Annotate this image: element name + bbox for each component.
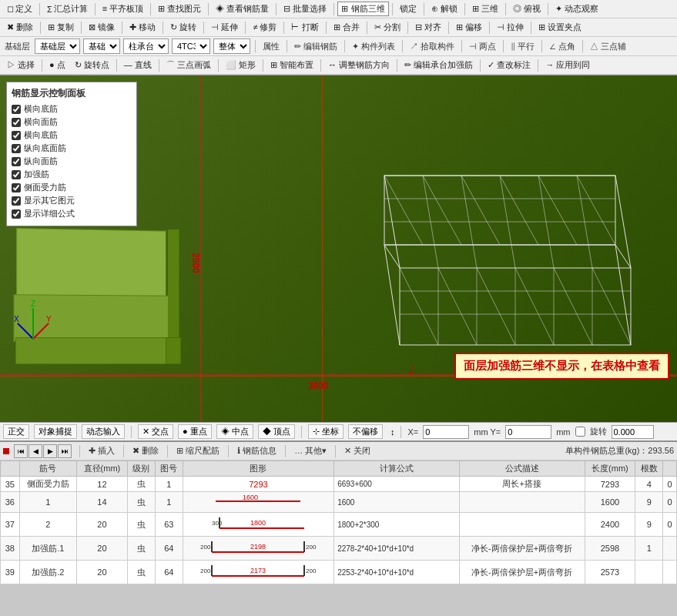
btn-close-table[interactable]: ✕ 关闭 bbox=[340, 444, 374, 458]
btn-set-clip[interactable]: ⊞ 设置夹点 bbox=[535, 20, 585, 35]
checkbox-6[interactable] bbox=[12, 183, 21, 192]
th-fig-num: 图号 bbox=[155, 461, 183, 477]
btn-three-arc[interactable]: ⌒ 三点画弧 bbox=[163, 58, 215, 72]
btn-extend[interactable]: ⊣ 延伸 bbox=[207, 20, 242, 35]
link-parallel[interactable]: ∥ 平行 bbox=[508, 40, 537, 53]
btn-next[interactable]: ▶ bbox=[43, 444, 57, 458]
btn-offset[interactable]: ⊞ 偏移 bbox=[452, 20, 486, 35]
btn-打断[interactable]: ⊢ 打断 bbox=[287, 20, 322, 35]
control-panel-title: 钢筋显示控制面板 bbox=[12, 87, 132, 100]
sep-d3 bbox=[344, 40, 345, 52]
checkbox-5[interactable] bbox=[12, 170, 21, 179]
btn-scale-rebar[interactable]: ⊞ 缩尺配筋 bbox=[173, 444, 223, 458]
base-type-select[interactable]: 基础 bbox=[83, 38, 120, 54]
th-name: 筋号 bbox=[19, 461, 76, 477]
btn-select[interactable]: ▷ 选择 bbox=[3, 58, 39, 72]
btn-unlock[interactable]: ⊕ 解锁 bbox=[427, 2, 461, 16]
btn-split[interactable]: ✂ 分割 bbox=[370, 20, 404, 35]
link-pick-comp[interactable]: ↗ 拾取构件 bbox=[407, 40, 457, 53]
btn-dynamic-obs[interactable]: ✦ 动态观察 bbox=[551, 2, 602, 16]
td-dia-39: 20 bbox=[77, 561, 128, 584]
btn-midpoint[interactable]: ◈ 中点 bbox=[216, 424, 253, 439]
table-row-highlight: 36 1 14 虫 1 1600 1600 1600 9 0 bbox=[1, 492, 677, 513]
btn-apply-to-same[interactable]: → 应用到同 bbox=[541, 58, 594, 72]
link-property[interactable]: 属性 bbox=[260, 40, 282, 53]
sep-d7 bbox=[541, 40, 542, 52]
btn-batch-select[interactable]: ⊟ 批量选择 bbox=[280, 2, 330, 16]
btn-endpoint[interactable]: ● 重点 bbox=[178, 424, 212, 439]
svg-line-37 bbox=[33, 323, 49, 339]
annotation-box: 面层加强筋三维不显示，在表格中查看 bbox=[454, 353, 669, 380]
btn-first[interactable]: ⏮ bbox=[14, 444, 28, 458]
btn-table-delete[interactable]: ✖ 删除 bbox=[129, 444, 163, 458]
td-grade-37: 虫 bbox=[127, 513, 155, 537]
btn-sum-calc[interactable]: Σ 汇总计算 bbox=[43, 2, 92, 16]
block-side-tall bbox=[168, 229, 179, 337]
table-row: 37 2 20 虫 63 300 1800 1800+2* bbox=[1, 513, 677, 537]
x-input[interactable] bbox=[423, 425, 469, 439]
code-select[interactable]: 4TC3 bbox=[172, 38, 210, 54]
btn-edit-cap-reinf[interactable]: ✏ 编辑承台加强筋 bbox=[401, 58, 477, 72]
btn-orthogonal[interactable]: 正交 bbox=[3, 424, 29, 439]
scope-select[interactable]: 整体 bbox=[213, 38, 250, 54]
btn-view-rebar[interactable]: ◈ 查看钢筋量 bbox=[212, 2, 273, 16]
pier-select[interactable]: 柱承台 bbox=[123, 38, 169, 54]
btn-adjust-dir[interactable]: ↔ 调整钢筋方向 bbox=[324, 58, 394, 72]
btn-rect[interactable]: ⬜ 矩形 bbox=[222, 58, 260, 72]
td-shape-35: 7293 bbox=[183, 477, 333, 492]
btn-define[interactable]: ◻ 定义 bbox=[3, 2, 36, 16]
btn-align[interactable]: ⊟ 对齐 bbox=[411, 20, 445, 35]
btn-line[interactable]: — 直线 bbox=[120, 58, 156, 72]
btn-dynamic-input[interactable]: 动态输入 bbox=[82, 424, 125, 439]
btn-insert[interactable]: ✚ 插入 bbox=[85, 444, 119, 458]
y-input[interactable] bbox=[505, 425, 551, 439]
btn-merge[interactable]: ⊞ 合并 bbox=[330, 20, 364, 35]
td-shape-38: 200 2198 200 bbox=[183, 537, 333, 561]
btn-smart-layout[interactable]: ⊞ 智能布置 bbox=[266, 58, 317, 72]
btn-check-mark[interactable]: ✓ 查改标注 bbox=[484, 58, 535, 72]
checkbox-2[interactable] bbox=[12, 131, 21, 140]
btn-top-view[interactable]: ◎ 俯视 bbox=[509, 2, 545, 16]
btn-snap[interactable]: 对象捕捉 bbox=[34, 424, 77, 439]
btn-no-offset[interactable]: 不偏移 bbox=[348, 424, 383, 439]
ground-line-v bbox=[200, 75, 202, 422]
checkbox-3[interactable] bbox=[12, 144, 21, 153]
base-layer-select[interactable]: 基础层 bbox=[35, 38, 80, 54]
link-point-angle[interactable]: ∠ 点角 bbox=[547, 40, 578, 53]
checkbox-8[interactable] bbox=[12, 209, 21, 219]
checkbox-4[interactable] bbox=[12, 157, 21, 166]
btn-vertex[interactable]: ◆ 顶点 bbox=[258, 424, 295, 439]
btn-coord[interactable]: ⊹ 坐标 bbox=[308, 424, 344, 439]
table-scroll[interactable]: 筋号 直径(mm) 级别 图号 图形 计算公式 公式描述 长度(mm) 根数 3… bbox=[0, 460, 677, 584]
link-edit-rebar[interactable]: ✏ 编辑钢筋 bbox=[292, 40, 340, 53]
btn-point[interactable]: ● 点 bbox=[45, 58, 69, 72]
link-three-point[interactable]: △ 三点辅 bbox=[588, 40, 628, 53]
rotate-checkbox[interactable] bbox=[575, 427, 585, 437]
btn-delete[interactable]: ✖ 删除 bbox=[3, 20, 37, 35]
btn-mirror[interactable]: ⊠ 镜像 bbox=[85, 20, 119, 35]
btn-find-elem[interactable]: ⊞ 查找图元 bbox=[154, 2, 205, 16]
btn-stretch[interactable]: ⊣ 拉伸 bbox=[493, 20, 528, 35]
checkbox-1[interactable] bbox=[12, 118, 21, 127]
btn-lock[interactable]: 锁定 bbox=[396, 2, 421, 16]
btn-move[interactable]: ✚ 移动 bbox=[126, 20, 159, 35]
btn-align-top[interactable]: ≡ 平齐板顶 bbox=[99, 2, 147, 16]
btn-3d[interactable]: ⊞ 三维 bbox=[468, 2, 502, 16]
btn-rebar-info[interactable]: ℹ 钢筋信息 bbox=[233, 444, 280, 458]
checkbox-7[interactable] bbox=[12, 196, 21, 206]
checkbox-0[interactable] bbox=[12, 105, 21, 114]
btn-copy[interactable]: ⊞ 复制 bbox=[44, 20, 78, 35]
rotate-input[interactable] bbox=[612, 425, 654, 439]
btn-prev[interactable]: ◀ bbox=[28, 444, 42, 458]
td-name-37: 2 bbox=[19, 513, 76, 537]
btn-rebar-3d[interactable]: ⊞ 钢筋三维 bbox=[337, 2, 388, 16]
btn-last[interactable]: ⏭ bbox=[58, 444, 72, 458]
link-comp-list[interactable]: ✦ 构件列表 bbox=[350, 40, 397, 53]
btn-other[interactable]: … 其他▾ bbox=[290, 444, 330, 458]
btn-modify[interactable]: ≠ 修剪 bbox=[249, 20, 280, 35]
btn-rotate-point[interactable]: ↻ 旋转点 bbox=[71, 58, 113, 72]
link-two-point[interactable]: ⊣ 两点 bbox=[467, 40, 498, 53]
td-name-36: 1 bbox=[19, 492, 76, 513]
btn-intersection[interactable]: ✕ 交点 bbox=[138, 424, 173, 439]
btn-rotate[interactable]: ↻ 旋转 bbox=[166, 20, 200, 35]
